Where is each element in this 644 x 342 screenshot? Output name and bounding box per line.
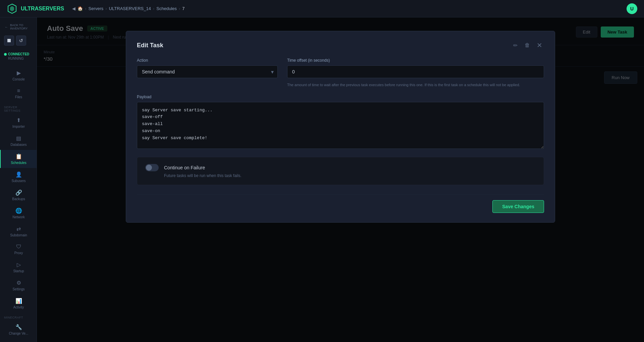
backups-icon: 🔗 xyxy=(15,189,22,196)
sidebar-item-databases[interactable]: ▤ Databases xyxy=(0,132,37,150)
sidebar-label-importer: Importer xyxy=(12,125,25,128)
modal-footer: Save Changes xyxy=(137,194,544,213)
sidebar-item-startup[interactable]: ▷ Startup xyxy=(0,258,37,276)
breadcrumb-home-icon: 🏠 xyxy=(77,6,83,11)
modal-title: Edit Task xyxy=(137,42,163,49)
sidebar-item-settings[interactable]: ⚙ Settings xyxy=(0,276,37,294)
sidebar-label-startup: Startup xyxy=(13,269,24,273)
action-select-wrapper: Send command Restart Server Stop Server … xyxy=(137,65,278,78)
stop-button[interactable] xyxy=(4,36,14,46)
breadcrumb-back-icon: ◀ xyxy=(72,6,75,11)
modal-edit-icon-btn[interactable]: ✏ xyxy=(511,41,520,50)
topbar: ULTRASERVERS ◀ 🏠 › Servers › ULTRASERVER… xyxy=(0,0,644,17)
breadcrumb-id[interactable]: 7 xyxy=(182,6,184,11)
offset-hint: The amount of time to wait after the pre… xyxy=(287,82,544,88)
payload-textarea[interactable]: say Server save starting... save-off sav… xyxy=(137,102,544,149)
svg-marker-1 xyxy=(10,6,14,11)
back-label: BACK TO INVENTORY xyxy=(10,23,32,30)
server-settings-section: SERVER SETTINGS xyxy=(0,102,37,114)
sidebar-label-proxy: Proxy xyxy=(14,251,23,255)
startup-icon: ▷ xyxy=(17,262,21,268)
sidebar-label-databases: Databases xyxy=(11,143,27,147)
offset-group: Time offset (in seconds) The amount of t… xyxy=(287,58,544,88)
breadcrumb: ◀ 🏠 › Servers › ULTRASERVERS_14 › Schedu… xyxy=(72,6,184,11)
connected-dot xyxy=(4,53,7,56)
continue-toggle[interactable] xyxy=(145,164,159,171)
sidebar-item-schedules[interactable]: 📋 Schedules xyxy=(0,150,37,168)
topbar-right: U xyxy=(627,3,637,14)
change-version-icon: 🔧 xyxy=(15,324,22,330)
sidebar-label-subdomain: Subdomain xyxy=(10,233,27,237)
modal-delete-icon-btn[interactable]: 🗑 xyxy=(523,41,532,50)
payload-label: Payload xyxy=(137,95,544,99)
sidebar-item-network[interactable]: 🌐 Network xyxy=(0,204,37,222)
files-icon: ≡ xyxy=(17,88,20,94)
subusers-icon: 👤 xyxy=(15,171,22,178)
sidebar-item-importer[interactable]: ⬆ Importer xyxy=(0,114,37,132)
sidebar-label-change-version: Change Ve... xyxy=(9,332,29,335)
restart-icon: ↺ xyxy=(19,38,23,43)
sidebar: ← BACK TO INVENTORY ↺ CONNECTED RUNNING xyxy=(0,17,37,342)
sidebar-label-schedules: Schedules xyxy=(11,161,26,165)
sidebar-label-settings: Settings xyxy=(12,287,24,291)
continue-row: Continue on Failure xyxy=(145,164,536,171)
logo[interactable]: ULTRASERVERS xyxy=(7,3,64,14)
action-group: Action Send command Restart Server Stop … xyxy=(137,58,278,88)
activity-icon: 📊 xyxy=(15,298,22,304)
sidebar-label-subusers: Subusers xyxy=(11,179,25,183)
breadcrumb-server-name[interactable]: ULTRASERVERS_14 xyxy=(109,6,151,11)
breadcrumb-servers[interactable]: Servers xyxy=(89,6,104,11)
action-offset-row: Action Send command Restart Server Stop … xyxy=(137,58,544,88)
sidebar-item-proxy[interactable]: 🛡 Proxy xyxy=(0,240,37,258)
breadcrumb-schedules[interactable]: Schedules xyxy=(156,6,177,11)
schedules-icon: 📋 xyxy=(15,153,22,160)
offset-label: Time offset (in seconds) xyxy=(287,58,544,63)
modal-overlay: Edit Task ✏ 🗑 ✕ Action Send command xyxy=(37,17,644,342)
databases-icon: ▤ xyxy=(16,135,21,141)
logo-text: ULTRASERVERS xyxy=(21,6,64,12)
running-status: RUNNING xyxy=(8,57,24,60)
offset-input[interactable] xyxy=(287,65,544,78)
modal-close-button[interactable]: ✕ xyxy=(535,41,544,50)
modal-header: Edit Task ✏ 🗑 ✕ xyxy=(137,41,544,50)
sidebar-label-activity: Activity xyxy=(13,305,24,309)
content-area: Auto Save ACTIVE Last run at: Nov 29th a… xyxy=(37,17,644,342)
continue-section: Continue on Failure Future tasks will be… xyxy=(137,157,544,185)
save-changes-button[interactable]: Save Changes xyxy=(492,200,544,213)
edit-task-modal: Edit Task ✏ 🗑 ✕ Action Send command xyxy=(126,31,555,223)
connected-status: CONNECTED xyxy=(8,52,29,56)
continue-desc: Future tasks will be run when this task … xyxy=(164,173,536,178)
stop-icon xyxy=(7,39,11,42)
console-icon: ▶ xyxy=(17,70,21,76)
sidebar-item-files[interactable]: ≡ Files xyxy=(0,84,37,102)
continue-title: Continue on Failure xyxy=(164,165,205,170)
main-layout: ← BACK TO INVENTORY ↺ CONNECTED RUNNING xyxy=(0,17,644,342)
minecraft-section: MINECRAFT xyxy=(0,312,37,321)
sidebar-back-link[interactable]: ← BACK TO INVENTORY xyxy=(0,21,37,33)
proxy-icon: 🛡 xyxy=(16,244,21,250)
sidebar-item-subusers[interactable]: 👤 Subusers xyxy=(0,168,37,186)
action-label: Action xyxy=(137,58,278,63)
sidebar-label-console: Console xyxy=(12,77,25,81)
toggle-knob xyxy=(146,165,152,171)
sidebar-label-files: Files xyxy=(15,95,22,99)
sidebar-item-activity[interactable]: 📊 Activity xyxy=(0,294,37,312)
sidebar-label-network: Network xyxy=(12,215,25,219)
settings-icon: ⚙ xyxy=(16,280,21,286)
sidebar-item-console[interactable]: ▶ Console xyxy=(0,66,37,84)
sidebar-label-backups: Backups xyxy=(12,197,25,201)
sidebar-item-change-version[interactable]: 🔧 Change Ve... xyxy=(0,321,37,339)
server-status: CONNECTED RUNNING xyxy=(0,50,37,63)
payload-group: Payload say Server save starting... save… xyxy=(137,95,544,150)
network-icon: 🌐 xyxy=(15,208,22,214)
action-select[interactable]: Send command Restart Server Stop Server … xyxy=(137,65,278,78)
back-arrow-icon: ← xyxy=(5,25,8,29)
importer-icon: ⬆ xyxy=(16,117,21,123)
modal-header-actions: ✏ 🗑 ✕ xyxy=(511,41,544,50)
avatar[interactable]: U xyxy=(627,3,637,14)
restart-button[interactable]: ↺ xyxy=(16,36,26,46)
server-action-buttons: ↺ xyxy=(0,36,37,46)
subdomain-icon: ⇄ xyxy=(16,226,21,232)
sidebar-item-subdomain[interactable]: ⇄ Subdomain xyxy=(0,222,37,240)
sidebar-item-backups[interactable]: 🔗 Backups xyxy=(0,186,37,204)
